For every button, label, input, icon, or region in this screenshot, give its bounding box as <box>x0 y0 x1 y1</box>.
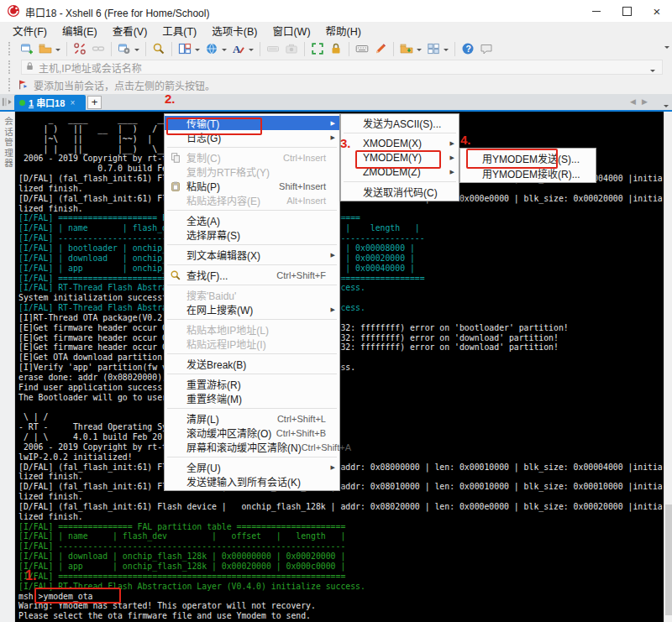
menubar-item-view[interactable]: 查看(V) <box>105 21 155 40</box>
submenu-arrow-icon: ▶ <box>331 464 335 471</box>
toolbar-separator <box>260 42 260 56</box>
infobar-grip[interactable] <box>8 78 13 91</box>
xshell-logo-icon <box>7 4 20 18</box>
maximize-button[interactable] <box>612 0 642 22</box>
font-dropdown-caret-icon[interactable] <box>249 49 254 54</box>
new-tab-button[interactable]: + <box>87 96 102 109</box>
menu-item-xmodem[interactable]: XMODEM(X)▶ <box>341 136 459 150</box>
menu-separator <box>167 210 337 211</box>
file-transfer-dropdown-caret-icon[interactable] <box>417 49 422 54</box>
menubar-item-tools[interactable]: 工具(T) <box>155 21 204 40</box>
terminal-line: Find user application success. <box>18 383 167 392</box>
tab-scroll-right-icon[interactable]: ▶ <box>642 97 648 106</box>
toolbar-grip[interactable] <box>8 42 13 55</box>
scrollbar-thumb[interactable] <box>665 504 672 615</box>
menu-item-paste-selection: 粘贴选择内容(E)Alt+Insert <box>165 193 339 207</box>
virtual-keyboard-button[interactable] <box>353 39 371 58</box>
menu-item-shortcut: Ctrl+Insert <box>283 153 326 163</box>
toolbar-overflow-caret-icon[interactable] <box>664 46 669 51</box>
lock-screen-button[interactable] <box>327 39 345 58</box>
menu-item-label: 重置终端(M) <box>186 391 339 405</box>
file-transfer-button[interactable] <box>397 39 416 58</box>
menubar-item-tab[interactable]: 选项卡(B) <box>204 21 265 40</box>
submenu-arrow-icon: ▶ <box>450 169 454 175</box>
terminal-line: lized finish. <box>18 512 83 521</box>
menu-item-search-web[interactable]: 在网上搜索(W)▶ <box>165 302 339 316</box>
menubar-item-help[interactable]: 帮助(H) <box>318 21 369 40</box>
menu-separator <box>167 374 337 374</box>
submenu-arrow-icon: ▶ <box>331 306 335 313</box>
menu-item-send-break[interactable]: 发送Break(B) <box>165 357 339 371</box>
tab-close-icon[interactable]: × <box>70 98 75 107</box>
toolbar-separator <box>349 42 349 56</box>
menu-item-reset-terminal[interactable]: 重置终端(M) <box>165 391 339 405</box>
menu-item-label: 发送Break(B) <box>186 357 339 371</box>
menu-item-to-text-editor[interactable]: 到文本编辑器(X)▶ <box>165 248 339 262</box>
menu-separator <box>167 244 337 245</box>
menu-item-clear-screen[interactable]: 清屏(L)Ctrl+Shift+L <box>165 411 339 426</box>
terminal-line: lized finish. <box>18 184 83 193</box>
session-panel-toggle-icon[interactable] <box>1 96 13 108</box>
menu-item-label: 全屏(U) <box>186 460 339 474</box>
web-browser-button[interactable] <box>202 39 221 58</box>
new-session-button[interactable] <box>18 39 36 58</box>
annotation-box-ymodem-ota <box>34 588 121 604</box>
terminal-line: System initialization successful. <box>18 293 182 302</box>
menu-separator <box>167 147 337 148</box>
terminal-scrollbar[interactable] <box>664 112 672 622</box>
font-button[interactable]: A <box>229 39 248 58</box>
menu-item-send-input-to-all-sessions[interactable]: 发送键输入到所有会话(K) <box>165 474 339 489</box>
menubar-item-edit[interactable]: 编辑(E) <box>55 21 105 40</box>
addressbar-grip[interactable] <box>8 60 13 74</box>
menu-item-label: 粘贴选择内容(E) <box>186 193 286 207</box>
menu-item-reset-cursor[interactable]: 重置游标(R) <box>165 377 339 391</box>
menu-separator <box>167 408 337 409</box>
session-properties-button[interactable] <box>115 39 134 58</box>
terminal-line: [I/FAL] | download | onchip_flash_128k |… <box>18 551 345 561</box>
menu-item-clear-screen-and-scrollback[interactable]: 屏幕和滚动缓冲区清除(N)Ctrl+Shift+A <box>165 440 339 454</box>
toolbar-separator <box>145 42 146 56</box>
menubar-item-file[interactable]: 文件(F) <box>5 21 55 40</box>
tile-windows-button[interactable] <box>424 39 443 58</box>
menu-item-copy: 复制(C)Ctrl+Insert <box>165 150 339 165</box>
web-browser-dropdown-caret-icon[interactable] <box>222 49 227 54</box>
menu-item-paste[interactable]: 粘贴(P)Shift+Insert <box>165 179 339 193</box>
layout-dropdown-caret-icon[interactable] <box>195 49 200 54</box>
help-button[interactable]: ? <box>459 39 477 58</box>
toolbar-separator <box>454 42 455 56</box>
feedback-button[interactable] <box>477 39 496 58</box>
tab-scroll-left-icon[interactable]: ◀ <box>630 97 636 106</box>
menu-separator <box>167 319 337 320</box>
disconnect-button[interactable] <box>71 39 89 58</box>
menu-item-label: XMODEM(X) <box>363 138 459 149</box>
info-message: 要添加当前会话，点击左侧的箭头按钮。 <box>34 78 215 92</box>
menu-item-select-all[interactable]: 全选(A) <box>165 213 339 227</box>
window-title: 串口18 - Xshell 6 (Free for Home/School) <box>25 5 209 19</box>
open-session-dropdown-caret-icon[interactable] <box>55 49 60 54</box>
highlight-pen-button[interactable] <box>371 39 390 58</box>
menu-item-label: 粘贴本地IP地址(L) <box>186 322 339 337</box>
address-dropdown-caret-icon[interactable] <box>650 70 655 75</box>
copy-icon <box>165 152 186 164</box>
menu-item-select-screen[interactable]: 选择屏幕(S) <box>165 227 339 242</box>
menubar-item-window[interactable]: 窗口(W) <box>265 21 318 40</box>
menu-item-send-as-ascii[interactable]: 发送为ASCII(S)... <box>341 116 459 130</box>
host-address-input[interactable]: 主机,IP地址或会话名称 <box>21 60 663 75</box>
session-properties-dropdown-caret-icon[interactable] <box>134 49 139 54</box>
menu-item-send-cancel-code[interactable]: 发送取消代码(C) <box>341 185 459 199</box>
menu-item-fullscreen[interactable]: 全屏(U)▶ <box>165 460 339 474</box>
layout-button[interactable] <box>176 39 194 58</box>
menu-item-label: 到文本编辑器(X) <box>186 248 339 262</box>
close-button[interactable]: × <box>642 0 672 22</box>
tab-serial-18[interactable]: 1串口18 × <box>14 95 86 110</box>
open-session-button[interactable] <box>36 39 55 58</box>
minimize-button[interactable] <box>581 0 612 22</box>
menu-item-label: 滚动缓冲区清除(O) <box>186 426 276 440</box>
menu-item-clear-scrollback[interactable]: 滚动缓冲区清除(O)Ctrl+Shift+B <box>165 426 339 440</box>
session-manager-strip[interactable]: 会话管理器 <box>0 112 15 622</box>
fullscreen-button[interactable] <box>308 39 327 58</box>
add-session-flag-icon[interactable] <box>18 79 29 91</box>
menu-item-find[interactable]: 查找(F)...Ctrl+Shift+F <box>165 268 339 282</box>
tile-windows-dropdown-caret-icon[interactable] <box>444 49 449 54</box>
find-button[interactable] <box>150 39 168 58</box>
